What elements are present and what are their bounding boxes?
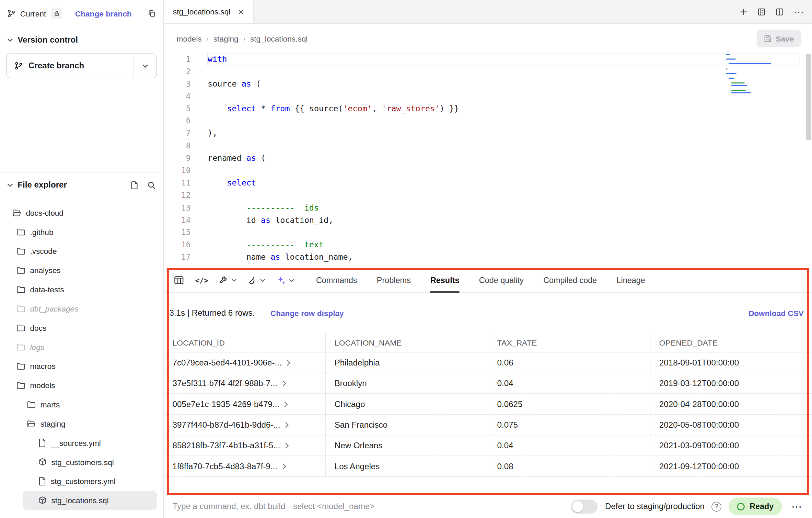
code-line-16[interactable]: 16 ---------- text: [164, 239, 812, 251]
panel-tab-results[interactable]: Results: [430, 268, 460, 292]
tree-item-logs[interactable]: logs: [0, 337, 163, 357]
more-options-icon[interactable]: ⋯: [793, 7, 804, 17]
expand-cell-icon[interactable]: [281, 463, 287, 469]
tree-item-dbt-packages[interactable]: dbt_packages: [0, 299, 163, 318]
defer-toggle[interactable]: [571, 499, 598, 514]
expand-cell-icon[interactable]: [285, 422, 290, 428]
result-row[interactable]: 3977f440-b87d-461b-9dd6-...San Francisco…: [164, 415, 812, 435]
location-id-cell: 7c079cea-5ed4-4101-906e-...: [164, 352, 325, 373]
folder-icon: [16, 305, 25, 313]
create-branch-dropdown[interactable]: [134, 54, 156, 78]
change-branch-link[interactable]: Change branch: [75, 9, 132, 18]
change-row-display-link[interactable]: Change row display: [270, 309, 344, 318]
code-line-13[interactable]: 13 ---------- ids: [164, 202, 812, 214]
create-branch-button[interactable]: Create branch: [6, 53, 157, 78]
code-line-4[interactable]: 4: [164, 90, 812, 102]
scrollbar-thumb[interactable]: [806, 54, 811, 140]
result-row[interactable]: 37e5f311-b7f4-4f2f-988b-7...Brooklyn0.04…: [164, 373, 812, 394]
panel-tab-compiled-code[interactable]: Compiled code: [543, 268, 597, 292]
code-line-10[interactable]: 10: [164, 164, 812, 177]
breadcrumb-models: models: [177, 34, 202, 43]
code-line-1[interactable]: 1with: [164, 53, 812, 65]
opened-date-cell: 2021-03-09T00:00:00: [650, 436, 812, 456]
build-tools-button[interactable]: [220, 276, 237, 285]
tree-item-stg-customers-yml[interactable]: stg_customers.yml: [0, 472, 163, 491]
chevron-down-icon: [7, 183, 13, 187]
code-line-2[interactable]: 2: [164, 65, 812, 78]
copy-icon[interactable]: [148, 9, 156, 18]
command-input[interactable]: [172, 502, 564, 511]
expand-cell-icon[interactable]: [285, 442, 290, 449]
download-csv-link[interactable]: Download CSV: [749, 309, 804, 318]
line-content: select * from {{ source('ecom', 'raw_sto…: [208, 104, 459, 113]
code-line-11[interactable]: 11 select: [164, 177, 812, 189]
tree-item-models[interactable]: models: [0, 376, 163, 395]
panel-tab-problems[interactable]: Problems: [377, 268, 411, 292]
create-branch-label: Create branch: [28, 61, 84, 70]
code-line-15[interactable]: 15: [164, 226, 812, 239]
ai-assist-button[interactable]: [277, 275, 294, 285]
line-number: 10: [164, 166, 190, 175]
results-table-header: LOCATION_IDLOCATION_NAMETAX_RATEOPENED_D…: [164, 333, 812, 352]
panel-tab-commands[interactable]: Commands: [316, 268, 357, 292]
folder-icon: [16, 324, 25, 332]
result-row[interactable]: 858218fb-73f7-4b1b-a31f-5...New Orleans0…: [164, 436, 812, 456]
command-bar-more-icon[interactable]: ⋯: [789, 500, 804, 513]
new-tab-icon[interactable]: [740, 8, 748, 16]
tree-item-analyses[interactable]: analyses: [0, 261, 163, 280]
tree-item-staging[interactable]: staging: [0, 414, 163, 433]
tree-item-docs-cloud[interactable]: docs-cloud: [0, 203, 163, 223]
version-control-header[interactable]: Version control: [0, 27, 163, 44]
code-line-9[interactable]: 9renamed as (: [164, 152, 812, 164]
result-row[interactable]: 005e7e1c-1935-4269-b479...Chicago0.06252…: [164, 394, 812, 415]
tree-item-docs[interactable]: docs: [0, 318, 163, 337]
ready-status-icon: [737, 503, 745, 510]
column-header-location_name: LOCATION_NAME: [325, 333, 488, 352]
tree-item-data-tests[interactable]: data-tests: [0, 280, 163, 299]
expand-cell-icon[interactable]: [281, 380, 287, 386]
editor-layout-icon[interactable]: [757, 8, 766, 16]
line-number: 3: [164, 79, 190, 88]
line-number: 8: [164, 141, 190, 150]
code-line-6[interactable]: 6: [164, 115, 812, 127]
expand-cell-icon[interactable]: [283, 401, 289, 407]
tree-item--github[interactable]: .github: [0, 222, 163, 241]
chevron-down-icon: [260, 279, 265, 282]
file-explorer-header[interactable]: File explorer: [0, 173, 163, 197]
breadcrumb-row: models › staging › stg_locations.sql Sav…: [164, 24, 812, 53]
panel-tab-code-quality[interactable]: Code quality: [479, 268, 524, 292]
code-line-14[interactable]: 14 id as location_id,: [164, 214, 812, 226]
save-button[interactable]: Save: [756, 30, 801, 47]
code-line-8[interactable]: 8: [164, 139, 812, 152]
code-line-17[interactable]: 17 name as location_name,: [164, 251, 812, 263]
tree-item--sources-yml[interactable]: __sources.yml: [0, 433, 163, 452]
tree-item--vscode[interactable]: .vscode: [0, 241, 163, 261]
location-name-cell: Los Angeles: [325, 456, 488, 476]
panel-tab-lineage[interactable]: Lineage: [617, 268, 645, 292]
search-icon[interactable]: [147, 181, 156, 190]
result-row[interactable]: 7c079cea-5ed4-4101-906e-...Philadelphia0…: [164, 352, 812, 373]
code-line-5[interactable]: 5 select * from {{ source('ecom', 'raw_s…: [164, 102, 812, 115]
code-line-7[interactable]: 7),: [164, 127, 812, 139]
result-row[interactable]: 1f8ffa70-7cb5-4d83-8a7f-9...Los Angeles0…: [164, 456, 812, 477]
code-line-12[interactable]: 12: [164, 189, 812, 201]
minimap[interactable]: [726, 54, 773, 94]
format-button[interactable]: [248, 276, 265, 285]
close-icon[interactable]: [237, 9, 244, 15]
tree-item-stg-locations-sql[interactable]: stg_locations.sql: [23, 491, 157, 510]
editor-tab-stg-locations[interactable]: stg_locations.sql: [164, 0, 254, 23]
expand-cell-icon[interactable]: [286, 359, 291, 365]
tree-item-stg-customers-sql[interactable]: stg_customers.sql: [0, 452, 163, 472]
table-view-icon[interactable]: [174, 276, 184, 285]
code-line-3[interactable]: 3source as (: [164, 78, 812, 90]
code-view-icon[interactable]: </>: [195, 276, 208, 284]
folder-icon: [16, 228, 25, 236]
help-icon[interactable]: ?: [712, 502, 722, 511]
new-file-icon[interactable]: [130, 181, 139, 190]
editor-scrollbar[interactable]: [806, 53, 811, 267]
tree-item-marts[interactable]: marts: [0, 395, 163, 414]
tax-rate-cell: 0.04: [488, 436, 650, 456]
split-editor-icon[interactable]: [775, 8, 784, 16]
tree-item-macros[interactable]: macros: [0, 357, 163, 376]
code-editor[interactable]: 1with23source as (45 select * from {{ so…: [164, 53, 812, 268]
